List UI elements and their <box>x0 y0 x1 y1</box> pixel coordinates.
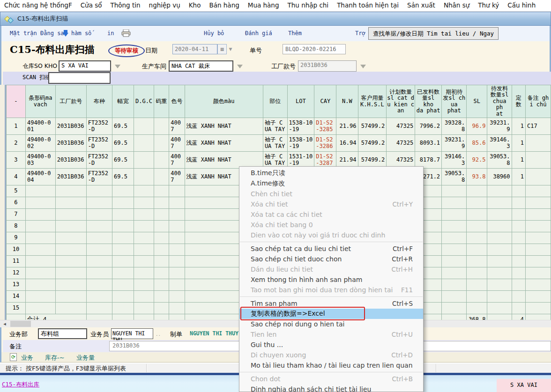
table-cell[interactable]: 2031B036 <box>55 118 86 135</box>
table-cell[interactable] <box>169 267 185 279</box>
menu-bar-item-10[interactable]: Nhân sự <box>439 0 474 9</box>
context-menu-item[interactable]: Tien lenCtrl+U <box>239 329 423 340</box>
context-menu-item[interactable]: Gui thu ... <box>239 340 423 350</box>
table-cell[interactable]: 39231.9 <box>442 135 467 152</box>
table-cell[interactable] <box>112 197 134 209</box>
table-cell[interactable] <box>442 244 467 256</box>
table-cell[interactable] <box>512 221 525 232</box>
table-cell[interactable]: 4007 <box>169 118 185 135</box>
table-cell[interactable] <box>512 244 525 256</box>
menu-bar-item-11[interactable]: Thư ký <box>474 0 503 9</box>
menu-bar-item-2[interactable]: Thông tin <box>106 0 145 9</box>
table-cell[interactable] <box>525 221 551 232</box>
table-cell[interactable] <box>25 244 55 256</box>
table-cell[interactable]: D1-S2-3286 <box>314 135 336 152</box>
table-cell[interactable] <box>25 185 55 197</box>
table-cell[interactable] <box>154 232 169 244</box>
table-cell[interactable] <box>86 279 112 291</box>
table-cell[interactable]: 69.5 <box>112 135 134 152</box>
function-button[interactable]: hàm số <box>71 30 91 37</box>
table-cell[interactable]: 8093.1 <box>415 135 442 152</box>
cancel-button[interactable]: Hủy bỏ <box>204 30 224 37</box>
table-cell[interactable] <box>134 244 154 256</box>
scan-input[interactable] <box>48 72 111 84</box>
add-button[interactable]: Thêm <box>288 30 302 37</box>
table-cell[interactable] <box>525 152 551 169</box>
table-cell[interactable]: 21.96 <box>336 118 358 135</box>
table-cell[interactable]: 47325 <box>387 135 415 152</box>
menu-bar-item-0[interactable]: Chức năng hệ thốngF <box>0 0 76 9</box>
table-cell[interactable] <box>55 303 86 314</box>
footer-tab-2[interactable]: 业务量 <box>76 354 95 362</box>
context-menu-item[interactable]: Dien vào cot này voi giá tri duoc chi di… <box>239 230 423 240</box>
table-cell[interactable]: 39146.3 <box>442 152 467 169</box>
table-cell[interactable] <box>169 279 185 291</box>
table-cell[interactable]: 1 <box>7 118 26 135</box>
table-cell[interactable]: 69.5 <box>112 152 134 169</box>
table-cell[interactable] <box>25 209 55 221</box>
table-cell[interactable]: 1 <box>512 118 525 135</box>
table-cell[interactable]: 10 <box>7 244 26 256</box>
table-cell[interactable]: 92.5 <box>467 152 487 169</box>
table-cell[interactable] <box>512 303 525 314</box>
refresh-icon[interactable]: ⟳ <box>10 353 17 361</box>
print-button[interactable]: in <box>107 30 114 37</box>
table-cell[interactable] <box>169 185 185 197</box>
table-cell[interactable] <box>55 256 86 267</box>
table-cell[interactable] <box>55 197 86 209</box>
table-cell[interactable] <box>525 256 551 267</box>
footer-tab-0[interactable]: 业务 <box>21 354 33 362</box>
table-cell[interactable] <box>512 185 525 197</box>
table-cell[interactable] <box>154 279 169 291</box>
table-cell[interactable]: 4 <box>7 169 26 185</box>
table-cell[interactable] <box>25 303 55 314</box>
table-cell[interactable]: 5 <box>7 185 26 197</box>
table-cell[interactable] <box>525 209 551 221</box>
table-cell[interactable] <box>154 221 169 232</box>
context-menu-item[interactable]: Chèn chi tiet <box>239 189 423 199</box>
table-cell[interactable]: FT2352-D <box>86 118 112 135</box>
table-cell[interactable] <box>525 135 551 152</box>
table-cell[interactable] <box>487 209 512 221</box>
date-dropdown-icon[interactable]: ▼ <box>227 44 234 54</box>
scroll-left-icon[interactable]: ◂ <box>1 321 8 327</box>
table-cell[interactable]: 14 <box>7 291 26 303</box>
table-cell[interactable] <box>467 221 487 232</box>
table-cell[interactable] <box>154 197 169 209</box>
table-cell[interactable]: 85.6 <box>467 135 487 152</box>
table-cell[interactable]: C17 <box>525 118 551 135</box>
table-cell[interactable] <box>154 291 169 303</box>
calendar-icon[interactable]: ▦ <box>217 44 227 54</box>
footer-tab-1[interactable]: 库存-~ <box>45 354 65 362</box>
table-cell[interactable] <box>86 221 112 232</box>
scrollbar-thumb[interactable] <box>10 321 31 327</box>
warehouse-dropdown-icon[interactable] <box>115 65 120 68</box>
table-cell[interactable] <box>169 291 185 303</box>
table-cell[interactable] <box>134 118 154 135</box>
table-cell[interactable] <box>112 221 134 232</box>
table-cell[interactable]: 1 <box>512 152 525 169</box>
table-cell[interactable] <box>487 221 512 232</box>
table-cell[interactable] <box>442 303 467 314</box>
table-cell[interactable]: 3 <box>7 152 26 169</box>
table-cell[interactable] <box>525 169 551 185</box>
clerk-input[interactable]: NGUYEN THI THU <box>111 328 153 339</box>
table-cell[interactable] <box>154 244 169 256</box>
table-cell[interactable]: 2031B036 <box>55 169 86 185</box>
table-cell[interactable]: 69.5 <box>112 169 134 185</box>
table-cell[interactable] <box>442 256 467 267</box>
table-cell[interactable] <box>525 197 551 209</box>
workshop-dropdown-icon[interactable] <box>237 65 243 68</box>
table-cell[interactable] <box>134 291 154 303</box>
table-cell[interactable]: 39231.9 <box>487 118 512 135</box>
table-cell[interactable] <box>525 185 551 197</box>
table-cell[interactable] <box>112 267 134 279</box>
warehouse-input[interactable]: S XA VAI <box>59 60 111 72</box>
table-cell[interactable] <box>169 209 185 221</box>
table-cell[interactable] <box>134 185 154 197</box>
table-cell[interactable] <box>134 279 154 291</box>
date-input[interactable]: 2020-04-11 <box>172 44 217 54</box>
table-cell[interactable] <box>154 152 169 169</box>
table-cell[interactable]: 13 <box>7 279 26 291</box>
menu-bar-item-9[interactable]: Sản xuất <box>403 0 439 9</box>
